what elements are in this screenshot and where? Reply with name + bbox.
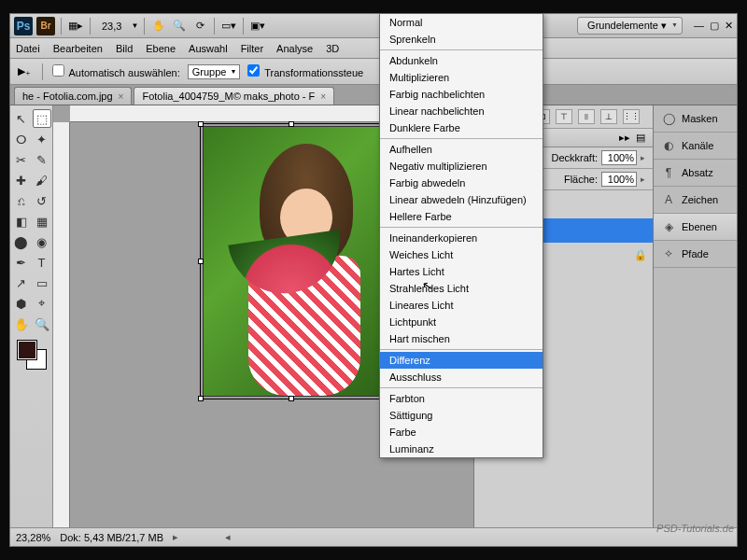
tool-stamp[interactable]: ⎌: [12, 191, 31, 210]
blend-mode-item[interactable]: Sättigung: [380, 407, 543, 424]
foreground-color-swatch[interactable]: [18, 341, 36, 359]
auto-select-checkbox[interactable]: Automatisch auswählen:: [52, 64, 180, 78]
opacity-flyout-icon[interactable]: ▸: [641, 153, 645, 162]
close-tab-icon[interactable]: ×: [119, 91, 124, 102]
tool-blur[interactable]: ⬤: [12, 232, 31, 251]
blend-mode-item[interactable]: Lineares Licht: [380, 297, 543, 314]
document-tab[interactable]: Fotolia_4004759_M© maks_photo - F×: [134, 87, 334, 105]
menu-filter[interactable]: Filter: [241, 43, 263, 54]
panel-ebenen[interactable]: ◈Ebenen: [654, 214, 737, 241]
workspace-switcher[interactable]: Grundelemente ▾: [577, 17, 683, 35]
align-top-icon[interactable]: ⊤: [556, 109, 572, 124]
blend-mode-item[interactable]: Abdunkeln: [380, 52, 543, 69]
tool-pen[interactable]: ✒: [12, 253, 31, 272]
blend-mode-item[interactable]: Ausschluss: [380, 369, 543, 385]
distribute-icon[interactable]: ⋮⋮: [623, 109, 640, 124]
menu-bearbeiten[interactable]: Bearbeiten: [53, 43, 103, 54]
zoom-tool-icon[interactable]: 🔍: [171, 18, 188, 35]
tool-eraser[interactable]: ◧: [12, 212, 31, 231]
tool-lasso[interactable]: ⵔ: [12, 130, 31, 148]
maximize-icon[interactable]: ▢: [710, 20, 719, 32]
close-tab-icon[interactable]: ×: [320, 91, 326, 102]
blend-mode-item[interactable]: Normal: [380, 14, 543, 31]
tool-gradient[interactable]: ▦: [33, 212, 51, 231]
tool-hand[interactable]: ✋: [12, 315, 31, 333]
tool-marquee[interactable]: ⬚: [33, 109, 51, 128]
blend-mode-item[interactable]: Dunklere Farbe: [380, 119, 543, 136]
document-tab[interactable]: he - Fotolia.com.jpg×: [14, 87, 132, 105]
bridge-icon[interactable]: Br: [36, 17, 55, 35]
align-bottom-icon[interactable]: ⊥: [600, 109, 617, 124]
screen-mode-icon[interactable]: ▣▾: [249, 18, 266, 35]
blend-mode-item[interactable]: Aufhellen: [380, 141, 543, 158]
blend-mode-item[interactable]: Linear abwedeln (Hinzufügen): [380, 191, 543, 208]
panel-options-icon[interactable]: ▤: [636, 132, 645, 144]
scroll-left-icon[interactable]: ◂: [225, 531, 231, 543]
fill-input[interactable]: [601, 172, 637, 187]
blend-mode-item[interactable]: Farbig nachbelichten: [380, 86, 543, 103]
zoom-value[interactable]: 23,3: [96, 21, 127, 32]
menu-bild[interactable]: Bild: [116, 43, 133, 54]
menu-ebene[interactable]: Ebene: [146, 43, 176, 54]
panel-kanaele[interactable]: ◐Kanäle: [654, 133, 737, 160]
blend-mode-item[interactable]: Lichtpunkt: [380, 314, 543, 330]
document-canvas[interactable]: [203, 126, 380, 397]
auto-select-combo[interactable]: Gruppe: [188, 64, 241, 79]
blend-mode-item[interactable]: Weiches Licht: [380, 246, 543, 263]
panel-zeichen[interactable]: AZeichen: [654, 187, 737, 214]
tool-shape[interactable]: ▭: [33, 273, 51, 292]
tool-eyedropper[interactable]: ✎: [33, 150, 51, 169]
tool-move[interactable]: ↖: [12, 109, 31, 128]
ps-logo-icon[interactable]: Ps: [14, 17, 33, 35]
status-flyout-icon[interactable]: ▸: [173, 531, 178, 543]
menu-analyse[interactable]: Analyse: [276, 43, 313, 54]
tool-3d[interactable]: ⬢: [12, 294, 31, 313]
panel-pfade[interactable]: ✧Pfade: [654, 241, 737, 268]
arrange-icon[interactable]: ▭▾: [220, 18, 237, 35]
close-icon[interactable]: ✕: [725, 20, 733, 32]
menu-3d[interactable]: 3D: [326, 43, 339, 54]
status-zoom[interactable]: 23,28%: [16, 532, 50, 543]
fill-flyout-icon[interactable]: ▸: [641, 175, 645, 184]
blend-mode-item[interactable]: Luminanz: [380, 441, 543, 457]
panel-absatz[interactable]: ¶Absatz: [654, 160, 737, 187]
align-center-v-icon[interactable]: ⫴: [578, 109, 595, 124]
blend-mode-item[interactable]: Hellere Farbe: [380, 208, 543, 225]
tool-crop[interactable]: ✂: [12, 150, 31, 169]
tool-3d-camera[interactable]: ⌖: [33, 294, 51, 313]
tool-zoom[interactable]: 🔍: [33, 315, 51, 333]
blend-mode-item[interactable]: Farbton: [380, 390, 543, 407]
blend-mode-item[interactable]: Strahlendes Licht: [380, 280, 543, 297]
color-swatches[interactable]: [16, 339, 48, 371]
blend-mode-item[interactable]: Farbe: [380, 424, 543, 441]
move-tool-preset-icon[interactable]: ▶₊: [16, 63, 33, 80]
menu-auswahl[interactable]: Auswahl: [189, 43, 228, 54]
blend-mode-item[interactable]: Hart mischen: [380, 330, 543, 347]
launch-icon[interactable]: ▦▸: [67, 18, 84, 35]
rotate-view-icon[interactable]: ⟳: [191, 18, 208, 35]
tool-path[interactable]: ↗: [12, 273, 31, 292]
zoom-dropdown-icon[interactable]: ▼: [131, 21, 138, 30]
blend-mode-item[interactable]: Differenz: [380, 352, 543, 369]
tool-healing[interactable]: ✚: [12, 171, 31, 189]
hand-tool-icon[interactable]: ✋: [150, 18, 167, 35]
tool-type[interactable]: T: [33, 253, 51, 272]
opacity-input[interactable]: [601, 150, 637, 165]
panel-menu-icon[interactable]: ▸▸: [619, 132, 630, 144]
blend-mode-item[interactable]: Ineinanderkopieren: [380, 230, 543, 246]
blend-mode-item[interactable]: Farbig abwedeln: [380, 175, 543, 191]
tool-wand[interactable]: ✦: [33, 130, 51, 148]
tool-brush[interactable]: 🖌: [33, 171, 51, 189]
blend-mode-item[interactable]: Sprenkeln: [380, 31, 543, 48]
menu-datei[interactable]: Datei: [16, 43, 40, 54]
blend-mode-item[interactable]: Multiplizieren: [380, 69, 543, 86]
tool-history-brush[interactable]: ↺: [33, 191, 51, 210]
tool-dodge[interactable]: ◉: [33, 232, 51, 251]
blend-mode-item[interactable]: Negativ multiplizieren: [380, 158, 543, 175]
blend-mode-item[interactable]: Linear nachbelichten: [380, 103, 543, 119]
minimize-icon[interactable]: —: [694, 20, 704, 32]
transform-controls-checkbox[interactable]: Transformationssteue: [247, 64, 363, 78]
blend-mode-menu[interactable]: NormalSprenkelnAbdunkelnMultiplizierenFa…: [379, 13, 543, 458]
panel-masken[interactable]: ◯Masken: [654, 105, 737, 133]
blend-mode-item[interactable]: Hartes Licht: [380, 263, 543, 280]
